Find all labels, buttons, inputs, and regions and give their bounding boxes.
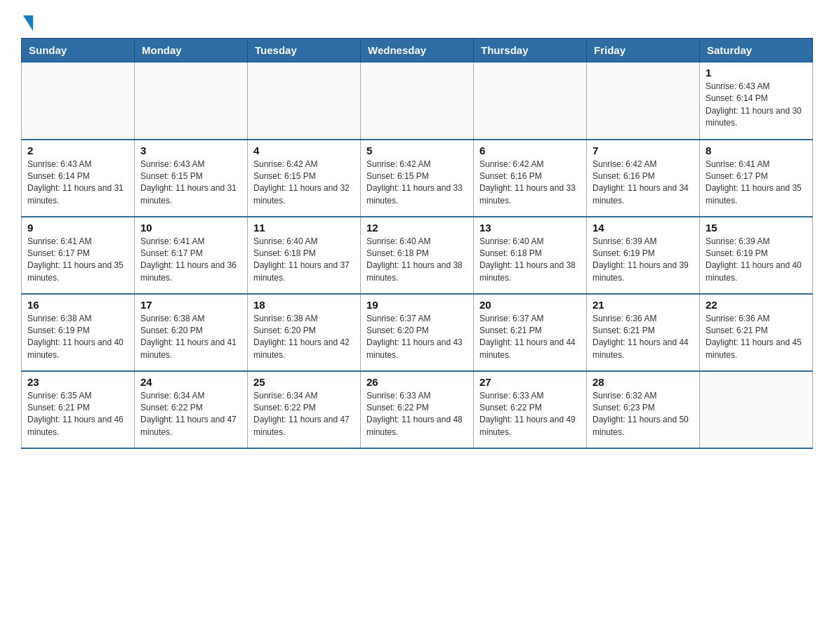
week-row-1: 1Sunrise: 6:43 AMSunset: 6:14 PMDaylight… bbox=[22, 62, 813, 140]
day-info: Sunrise: 6:36 AMSunset: 6:21 PMDaylight:… bbox=[706, 313, 807, 362]
day-number: 27 bbox=[479, 376, 581, 388]
day-number: 10 bbox=[140, 222, 241, 234]
day-info: Sunrise: 6:38 AMSunset: 6:19 PMDaylight:… bbox=[27, 313, 128, 362]
day-info: Sunrise: 6:41 AMSunset: 6:17 PMDaylight:… bbox=[27, 236, 128, 285]
calendar-cell: 4Sunrise: 6:42 AMSunset: 6:15 PMDaylight… bbox=[248, 140, 361, 217]
day-info: Sunrise: 6:38 AMSunset: 6:20 PMDaylight:… bbox=[140, 313, 241, 362]
day-info: Sunrise: 6:37 AMSunset: 6:21 PMDaylight:… bbox=[479, 313, 581, 362]
calendar-cell bbox=[700, 371, 813, 448]
calendar-cell: 1Sunrise: 6:43 AMSunset: 6:14 PMDaylight… bbox=[700, 62, 813, 140]
day-number: 17 bbox=[140, 299, 241, 311]
day-number: 19 bbox=[366, 299, 468, 311]
calendar-cell bbox=[361, 62, 474, 140]
calendar-cell: 11Sunrise: 6:40 AMSunset: 6:18 PMDayligh… bbox=[248, 217, 361, 294]
day-number: 6 bbox=[479, 145, 581, 156]
day-number: 2 bbox=[27, 145, 128, 156]
day-number: 26 bbox=[366, 376, 468, 388]
weekday-header-saturday: Saturday bbox=[700, 39, 813, 62]
day-number: 1 bbox=[706, 67, 807, 79]
day-info: Sunrise: 6:37 AMSunset: 6:20 PMDaylight:… bbox=[366, 313, 468, 362]
day-info: Sunrise: 6:39 AMSunset: 6:19 PMDaylight:… bbox=[593, 236, 694, 285]
weekday-header-thursday: Thursday bbox=[474, 39, 587, 62]
day-number: 23 bbox=[27, 376, 128, 388]
calendar-cell: 13Sunrise: 6:40 AMSunset: 6:18 PMDayligh… bbox=[474, 217, 587, 294]
day-number: 14 bbox=[593, 222, 694, 234]
day-number: 12 bbox=[366, 222, 468, 234]
day-number: 21 bbox=[593, 299, 694, 311]
day-info: Sunrise: 6:43 AMSunset: 6:14 PMDaylight:… bbox=[27, 159, 128, 208]
day-number: 5 bbox=[366, 145, 468, 156]
day-info: Sunrise: 6:42 AMSunset: 6:16 PMDaylight:… bbox=[479, 159, 581, 208]
calendar-cell: 28Sunrise: 6:32 AMSunset: 6:23 PMDayligh… bbox=[587, 371, 700, 448]
day-info: Sunrise: 6:40 AMSunset: 6:18 PMDaylight:… bbox=[366, 236, 468, 285]
calendar-cell: 6Sunrise: 6:42 AMSunset: 6:16 PMDaylight… bbox=[474, 140, 587, 217]
day-number: 9 bbox=[27, 222, 128, 234]
calendar-cell: 8Sunrise: 6:41 AMSunset: 6:17 PMDaylight… bbox=[700, 140, 813, 217]
calendar-cell: 16Sunrise: 6:38 AMSunset: 6:19 PMDayligh… bbox=[22, 294, 135, 371]
calendar-cell: 7Sunrise: 6:42 AMSunset: 6:16 PMDaylight… bbox=[587, 140, 700, 217]
day-info: Sunrise: 6:42 AMSunset: 6:16 PMDaylight:… bbox=[593, 159, 694, 208]
calendar-cell: 27Sunrise: 6:33 AMSunset: 6:22 PMDayligh… bbox=[474, 371, 587, 448]
day-info: Sunrise: 6:34 AMSunset: 6:22 PMDaylight:… bbox=[253, 390, 355, 439]
calendar-cell: 15Sunrise: 6:39 AMSunset: 6:19 PMDayligh… bbox=[700, 217, 813, 294]
logo bbox=[21, 14, 33, 31]
day-info: Sunrise: 6:38 AMSunset: 6:20 PMDaylight:… bbox=[253, 313, 355, 362]
day-number: 18 bbox=[253, 299, 355, 311]
calendar-cell bbox=[22, 62, 135, 140]
calendar-cell bbox=[474, 62, 587, 140]
day-info: Sunrise: 6:35 AMSunset: 6:21 PMDaylight:… bbox=[27, 390, 128, 439]
calendar-cell: 24Sunrise: 6:34 AMSunset: 6:22 PMDayligh… bbox=[135, 371, 248, 448]
week-row-4: 16Sunrise: 6:38 AMSunset: 6:19 PMDayligh… bbox=[22, 294, 813, 371]
calendar-cell: 18Sunrise: 6:38 AMSunset: 6:20 PMDayligh… bbox=[248, 294, 361, 371]
calendar-cell: 10Sunrise: 6:41 AMSunset: 6:17 PMDayligh… bbox=[135, 217, 248, 294]
calendar-cell: 2Sunrise: 6:43 AMSunset: 6:14 PMDaylight… bbox=[22, 140, 135, 217]
day-info: Sunrise: 6:40 AMSunset: 6:18 PMDaylight:… bbox=[479, 236, 581, 285]
day-number: 13 bbox=[479, 222, 581, 234]
week-row-3: 9Sunrise: 6:41 AMSunset: 6:17 PMDaylight… bbox=[22, 217, 813, 294]
calendar-cell: 14Sunrise: 6:39 AMSunset: 6:19 PMDayligh… bbox=[587, 217, 700, 294]
day-info: Sunrise: 6:43 AMSunset: 6:15 PMDaylight:… bbox=[140, 159, 241, 208]
calendar-cell bbox=[587, 62, 700, 140]
calendar-cell: 26Sunrise: 6:33 AMSunset: 6:22 PMDayligh… bbox=[361, 371, 474, 448]
calendar-cell: 19Sunrise: 6:37 AMSunset: 6:20 PMDayligh… bbox=[361, 294, 474, 371]
weekday-header-friday: Friday bbox=[587, 39, 700, 62]
day-number: 24 bbox=[140, 376, 241, 388]
day-number: 25 bbox=[253, 376, 355, 388]
day-info: Sunrise: 6:34 AMSunset: 6:22 PMDaylight:… bbox=[140, 390, 241, 439]
calendar-cell: 12Sunrise: 6:40 AMSunset: 6:18 PMDayligh… bbox=[361, 217, 474, 294]
calendar-cell: 20Sunrise: 6:37 AMSunset: 6:21 PMDayligh… bbox=[474, 294, 587, 371]
day-info: Sunrise: 6:32 AMSunset: 6:23 PMDaylight:… bbox=[593, 390, 694, 439]
calendar-cell bbox=[135, 62, 248, 140]
day-number: 7 bbox=[593, 145, 694, 156]
day-info: Sunrise: 6:41 AMSunset: 6:17 PMDaylight:… bbox=[706, 159, 807, 208]
day-number: 22 bbox=[706, 299, 807, 311]
day-info: Sunrise: 6:40 AMSunset: 6:18 PMDaylight:… bbox=[253, 236, 355, 285]
day-number: 8 bbox=[706, 145, 807, 156]
calendar-cell bbox=[248, 62, 361, 140]
day-number: 11 bbox=[253, 222, 355, 234]
day-info: Sunrise: 6:33 AMSunset: 6:22 PMDaylight:… bbox=[366, 390, 468, 439]
day-info: Sunrise: 6:42 AMSunset: 6:15 PMDaylight:… bbox=[366, 159, 468, 208]
calendar-cell: 3Sunrise: 6:43 AMSunset: 6:15 PMDaylight… bbox=[135, 140, 248, 217]
day-number: 28 bbox=[593, 376, 694, 388]
weekday-header-sunday: Sunday bbox=[22, 39, 135, 62]
weekday-header-tuesday: Tuesday bbox=[248, 39, 361, 62]
day-number: 16 bbox=[27, 299, 128, 311]
day-info: Sunrise: 6:33 AMSunset: 6:22 PMDaylight:… bbox=[479, 390, 581, 439]
calendar-table: SundayMondayTuesdayWednesdayThursdayFrid… bbox=[21, 38, 813, 449]
weekday-header-wednesday: Wednesday bbox=[361, 39, 474, 62]
day-number: 4 bbox=[253, 145, 355, 156]
day-info: Sunrise: 6:43 AMSunset: 6:14 PMDaylight:… bbox=[706, 81, 807, 130]
day-number: 15 bbox=[706, 222, 807, 234]
day-info: Sunrise: 6:41 AMSunset: 6:17 PMDaylight:… bbox=[140, 236, 241, 285]
day-info: Sunrise: 6:42 AMSunset: 6:15 PMDaylight:… bbox=[253, 159, 355, 208]
calendar-cell: 17Sunrise: 6:38 AMSunset: 6:20 PMDayligh… bbox=[135, 294, 248, 371]
day-number: 3 bbox=[140, 145, 241, 156]
week-row-2: 2Sunrise: 6:43 AMSunset: 6:14 PMDaylight… bbox=[22, 140, 813, 217]
calendar-cell: 5Sunrise: 6:42 AMSunset: 6:15 PMDaylight… bbox=[361, 140, 474, 217]
calendar-cell: 9Sunrise: 6:41 AMSunset: 6:17 PMDaylight… bbox=[22, 217, 135, 294]
week-row-5: 23Sunrise: 6:35 AMSunset: 6:21 PMDayligh… bbox=[22, 371, 813, 448]
day-info: Sunrise: 6:36 AMSunset: 6:21 PMDaylight:… bbox=[593, 313, 694, 362]
page-header bbox=[21, 14, 813, 31]
calendar-cell: 21Sunrise: 6:36 AMSunset: 6:21 PMDayligh… bbox=[587, 294, 700, 371]
